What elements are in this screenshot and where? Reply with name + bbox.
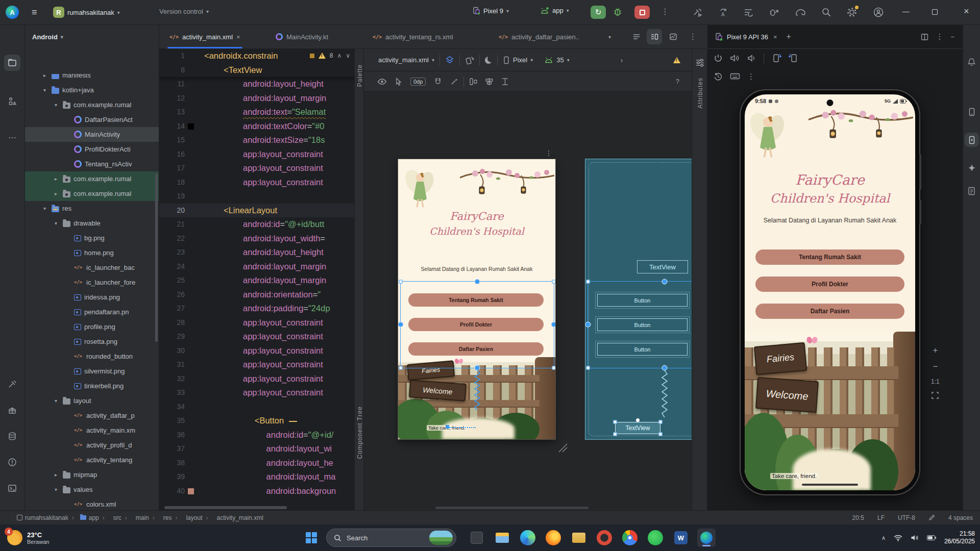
tree-item[interactable]: rosetta.png	[25, 334, 159, 349]
zoom-level[interactable]: 1:1	[931, 378, 940, 385]
app-button[interactable]: Tentang Rumah Sakit	[755, 249, 904, 265]
constraint-anchor[interactable]	[636, 418, 640, 422]
code-line[interactable]: 38 android:layout_he	[159, 456, 354, 470]
code-line[interactable]: 32 app:layout_constraint	[159, 372, 354, 386]
device-picker[interactable]: Pixel	[513, 56, 527, 64]
gradle-icon[interactable]	[794, 7, 806, 18]
code-line[interactable]: 31 app:layout_constraint	[159, 358, 354, 372]
editor-hscrollbar[interactable]	[159, 506, 354, 509]
running-devices-icon[interactable]	[965, 133, 979, 147]
vcs-widget[interactable]: Version control ▾	[159, 8, 209, 15]
orientation-icon[interactable]	[465, 56, 474, 65]
tree-item[interactable]: home.png	[25, 245, 159, 260]
constraint-anchor-left[interactable]	[585, 322, 591, 328]
hide-panel-icon[interactable]: −	[950, 33, 954, 41]
split-view-toggle[interactable]	[647, 29, 662, 44]
selection-handle[interactable]	[586, 280, 590, 284]
file-encoding[interactable]: UTF-8	[898, 514, 915, 521]
opera-icon[interactable]	[595, 529, 614, 547]
app-quality-insights-icon[interactable]	[965, 184, 979, 198]
tab-activity-daftar-pasien[interactable]: </> activity_daftar_pasien..	[494, 25, 584, 48]
app-button[interactable]: Profil Dokter	[755, 277, 904, 292]
indent-setting[interactable]: 4 spaces	[948, 514, 973, 521]
tree-item[interactable]: ▸ com.example.rumal	[25, 171, 159, 186]
tree-item[interactable]: </> rounded_button	[25, 349, 159, 364]
tree-item[interactable]: </> activity_profil_d	[25, 438, 159, 453]
selection-handle[interactable]	[399, 280, 403, 284]
blueprint-textview[interactable]: TextView	[637, 260, 688, 273]
tree-expand-icon[interactable]: ▾	[55, 97, 63, 112]
code-editor[interactable]: 11 android:layout_height 12 android:layo…	[159, 49, 354, 510]
battery-icon[interactable]	[927, 535, 936, 540]
constraint-anchor-top[interactable]	[662, 279, 668, 285]
project-widget[interactable]: R rumahsakitanak ▾	[53, 7, 120, 18]
align-icon[interactable]	[485, 78, 494, 86]
tree-item[interactable]: ProfilDokterActi	[25, 142, 159, 157]
phone-screen[interactable]: 9:58 5G	[745, 94, 915, 490]
code-line[interactable]: 35 <Button	[159, 414, 354, 428]
tree-item[interactable]: </> activity_main.xm	[25, 423, 159, 438]
inspections-widget[interactable]: 8 ∧ ∨	[310, 52, 350, 59]
new-device-tab-icon[interactable]: +	[787, 32, 791, 41]
tree-item[interactable]: DaftarPasienAct	[25, 112, 159, 127]
tree-item[interactable]: ▾ com.example.rumal	[25, 97, 159, 112]
chrome-icon[interactable]	[621, 529, 639, 547]
device-explorer-icon[interactable]	[965, 105, 979, 119]
device-manager-icon[interactable]	[4, 376, 20, 392]
device-tab-label[interactable]: Pixel 9 API 36	[727, 33, 768, 41]
tab-activity-tentang-rs[interactable]: </> activity_tentang_rs.xml	[368, 25, 458, 48]
selection-handle[interactable]	[614, 420, 617, 424]
selection-rect[interactable]	[400, 281, 554, 368]
folder-icon[interactable]	[570, 529, 588, 547]
code-line[interactable]: 12 android:layout_margin	[159, 91, 354, 106]
code-line[interactable]: 29 app:layout_constraint	[159, 330, 354, 344]
debug-button[interactable]	[612, 7, 623, 17]
code-view-toggle[interactable]	[629, 29, 644, 44]
code-line[interactable]: 23 android:layout_height	[159, 245, 354, 260]
search-everywhere-icon[interactable]	[821, 7, 832, 18]
reset-snapshot-icon[interactable]	[714, 72, 723, 81]
tree-item[interactable]: </> ic_launcher_bac	[25, 260, 159, 275]
tree-item[interactable]: silvermist.png	[25, 364, 159, 379]
tree-item[interactable]: ▾ res	[25, 201, 159, 216]
rotate-right-icon[interactable]	[789, 53, 799, 63]
next-warning-icon[interactable]: ∨	[346, 52, 350, 59]
tree-item[interactable]: ▸ com.example.rumal	[25, 186, 159, 201]
tree-expand-icon[interactable]: ▾	[55, 393, 63, 408]
toolbar-forward-icon[interactable]: ›	[621, 56, 623, 64]
tree-item[interactable]: tinkerbell.png	[25, 379, 159, 393]
select-pointer-icon[interactable]	[395, 78, 402, 86]
more-tools-icon[interactable]: ⋯	[4, 129, 20, 145]
word-icon[interactable]: W	[672, 529, 690, 547]
clear-constraints-wand-icon[interactable]	[450, 78, 458, 86]
tray-expand-icon[interactable]: ∧	[881, 535, 886, 541]
wifi-icon[interactable]	[894, 535, 902, 541]
code-line[interactable]: 24 android:layout_margin	[159, 260, 354, 274]
preview-menu-icon[interactable]: ⋮	[545, 149, 552, 157]
attributes-tab[interactable]: Attributes	[697, 78, 704, 109]
selection-rect[interactable]	[587, 281, 692, 368]
firefox-icon[interactable]	[544, 529, 562, 547]
device-selector[interactable]: Pixel 9 ▾	[472, 7, 509, 15]
breadcrumb-item[interactable]: › layout	[172, 514, 202, 521]
constraint-anchor-top[interactable]	[475, 279, 480, 285]
run-anything-icon[interactable]	[743, 7, 754, 18]
code-line[interactable]: 18 app:layout_constraint	[159, 176, 354, 190]
stop-button[interactable]	[634, 6, 650, 19]
code-line[interactable]: 16 app:layout_constraint	[159, 147, 354, 162]
tab-mainactivity-kt[interactable]: MainActivity.kt	[271, 25, 333, 48]
profile-icon[interactable]	[873, 7, 884, 18]
tree-expand-icon[interactable]: ▾	[43, 201, 52, 216]
code-line[interactable]: 15 android:textSize="18s	[159, 133, 354, 147]
tree-item[interactable]: </> colors.xml	[25, 497, 159, 510]
breadcrumb-item[interactable]: › app	[68, 514, 99, 521]
code-line[interactable]: 27 android:padding="24dp	[159, 302, 354, 316]
design-preview[interactable]: FairyCare Children's Hospital Selamat Da…	[398, 159, 555, 439]
task-view-icon[interactable]	[468, 529, 486, 547]
selection-handle[interactable]	[659, 433, 663, 436]
editor-options-icon[interactable]: ⋮	[689, 32, 697, 41]
design-warnings-icon[interactable]	[673, 57, 680, 63]
tree-expand-icon[interactable]: ▸	[55, 171, 63, 186]
build-icon[interactable]	[692, 7, 703, 18]
component-tree-tab[interactable]: Component Tree	[356, 406, 363, 459]
